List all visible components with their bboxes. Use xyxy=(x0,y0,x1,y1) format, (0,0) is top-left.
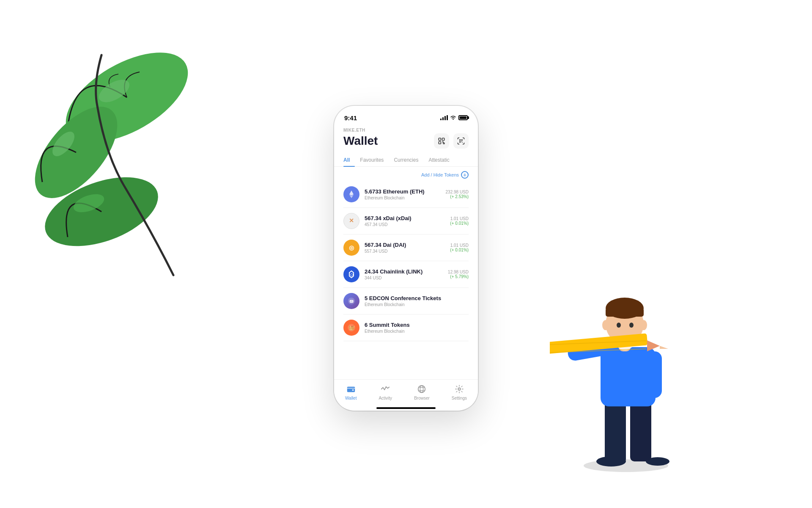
phone-content: MIKE.ETH Wallet xyxy=(334,124,478,411)
xdai-price: 1.01 USD (+ 0.01%) xyxy=(450,216,469,226)
add-tokens-row: Add / Hide Tokens + xyxy=(334,167,478,181)
eth-name: 5.6733 Ethereum (ETH) xyxy=(365,188,441,195)
tab-currencies[interactable]: Currencies xyxy=(389,154,423,166)
eth-change: (+ 2.53%) xyxy=(446,194,469,199)
token-item-edcon[interactable]: 🎟 5 EDCON Conference Tickets Ethereum Bl… xyxy=(343,288,469,315)
svg-rect-41 xyxy=(606,308,644,317)
wallet-nav-icon xyxy=(346,384,356,394)
phone-frame: 9:41 xyxy=(334,106,478,411)
svg-rect-8 xyxy=(439,142,441,144)
svg-marker-47 xyxy=(647,340,660,351)
svg-rect-14 xyxy=(462,142,463,143)
svg-text:🧺: 🧺 xyxy=(348,324,355,331)
scan-button[interactable] xyxy=(434,133,449,149)
svg-rect-34 xyxy=(630,398,651,461)
battery-icon xyxy=(458,115,468,120)
svg-rect-10 xyxy=(459,139,461,141)
eth-sub: Ethereum Blockchain xyxy=(365,196,441,200)
nav-wallet-label: Wallet xyxy=(345,396,357,400)
browser-nav-icon xyxy=(417,384,427,394)
xdai-sub: 457.34 USD xyxy=(365,222,445,227)
person-illustration xyxy=(550,254,702,474)
nav-wallet[interactable]: Wallet xyxy=(345,384,357,400)
signal-icon xyxy=(440,115,448,120)
wallet-header: MIKE.ETH Wallet xyxy=(334,124,478,149)
dai-price: 1.01 USD (+ 0.01%) xyxy=(450,243,469,252)
edcon-info: 5 EDCON Conference Tickets Ethereum Bloc… xyxy=(365,295,464,307)
dai-change: (+ 0.01%) xyxy=(450,248,469,252)
bottom-nav: Wallet Activity xyxy=(334,379,478,407)
svg-marker-48 xyxy=(660,346,668,349)
eth-price: 232.98 USD (+ 2.53%) xyxy=(446,190,469,199)
svg-point-44 xyxy=(617,323,621,328)
add-circle-icon: + xyxy=(461,171,469,179)
activity-nav-icon xyxy=(380,384,390,394)
token-item-eth[interactable]: 5.6733 Ethereum (ETH) Ethereum Blockchai… xyxy=(343,181,469,208)
summit-sub: Ethereum Blockchain xyxy=(365,329,464,334)
dai-info: 567.34 Dai (DAI) 557.34 USD xyxy=(365,242,445,254)
status-time: 9:41 xyxy=(344,114,357,121)
summit-name: 6 Summit Tokens xyxy=(365,322,464,328)
dai-sub: 557.34 USD xyxy=(365,249,445,254)
tab-favourites[interactable]: Favourites xyxy=(355,154,389,166)
svg-rect-33 xyxy=(605,398,626,464)
edcon-name: 5 EDCON Conference Tickets xyxy=(365,295,464,301)
svg-text:✕: ✕ xyxy=(349,217,354,224)
nav-activity-label: Activity xyxy=(379,396,392,400)
xdai-info: 567.34 xDai (xDai) 457.34 USD xyxy=(365,215,445,227)
nav-settings[interactable]: Settings xyxy=(452,384,467,400)
home-indicator xyxy=(376,407,436,409)
svg-point-29 xyxy=(458,388,461,390)
svg-point-27 xyxy=(418,386,425,393)
nav-activity[interactable]: Activity xyxy=(379,384,392,400)
link-icon: ⬡ xyxy=(343,266,359,282)
add-tokens-label: Add / Hide Tokens xyxy=(421,172,459,177)
eth-icon xyxy=(343,186,359,202)
svg-point-43 xyxy=(602,320,609,330)
wallet-subtitle: MIKE.ETH xyxy=(343,128,469,133)
svg-rect-13 xyxy=(461,141,462,142)
wallet-tabs: All Favourites Currencies Attestatic xyxy=(334,154,478,167)
link-name: 24.34 Chainlink (LINK) xyxy=(365,268,443,275)
tab-attestatic[interactable]: Attestatic xyxy=(423,154,454,166)
nav-browser[interactable]: Browser xyxy=(414,384,430,400)
svg-rect-37 xyxy=(647,351,662,398)
nav-browser-label: Browser xyxy=(414,396,430,400)
link-price: 12.98 USD (+ 5.79%) xyxy=(448,270,469,279)
svg-rect-6 xyxy=(439,138,441,140)
tab-all[interactable]: All xyxy=(343,154,355,166)
svg-text:⬡: ⬡ xyxy=(350,273,353,277)
link-usd: 12.98 USD xyxy=(448,270,469,274)
xdai-icon: ✕ xyxy=(343,213,359,229)
status-bar: 9:41 xyxy=(334,106,478,124)
edcon-sub: Ethereum Blockchain xyxy=(365,302,464,307)
token-item-summit[interactable]: 🧺 6 Summit Tokens Ethereum Blockchain xyxy=(343,315,469,341)
settings-nav-icon xyxy=(454,384,464,394)
wifi-icon xyxy=(450,115,456,121)
svg-text:◎: ◎ xyxy=(349,244,354,251)
xdai-name: 567.34 xDai (xDai) xyxy=(365,215,445,221)
link-sub: 344 USD xyxy=(365,276,443,280)
svg-rect-26 xyxy=(352,389,354,391)
token-item-link[interactable]: ⬡ 24.34 Chainlink (LINK) 344 USD 12.98 U… xyxy=(343,261,469,288)
eth-info: 5.6733 Ethereum (ETH) Ethereum Blockchai… xyxy=(365,188,441,200)
phone-mockup: 9:41 xyxy=(334,106,478,411)
svg-point-28 xyxy=(420,386,423,393)
dai-icon: ◎ xyxy=(343,240,359,256)
svg-point-45 xyxy=(629,323,634,328)
status-icons xyxy=(440,115,468,121)
svg-rect-25 xyxy=(347,387,355,392)
qr-button[interactable] xyxy=(453,133,469,149)
wallet-title: Wallet xyxy=(343,134,378,148)
summit-icon: 🧺 xyxy=(343,320,359,336)
xdai-change: (+ 0.01%) xyxy=(450,221,469,226)
token-item-dai[interactable]: ◎ 567.34 Dai (DAI) 557.34 USD 1.01 USD (… xyxy=(343,235,469,261)
edcon-icon: 🎟 xyxy=(343,293,359,309)
add-tokens-button[interactable]: Add / Hide Tokens + xyxy=(421,171,469,179)
svg-point-42 xyxy=(640,320,647,330)
nav-settings-label: Settings xyxy=(452,396,467,400)
dai-name: 567.34 Dai (DAI) xyxy=(365,242,445,248)
header-icons xyxy=(434,133,469,149)
dai-usd: 1.01 USD xyxy=(450,243,469,248)
token-item-xdai[interactable]: ✕ 567.34 xDai (xDai) 457.34 USD 1.01 USD… xyxy=(343,208,469,235)
